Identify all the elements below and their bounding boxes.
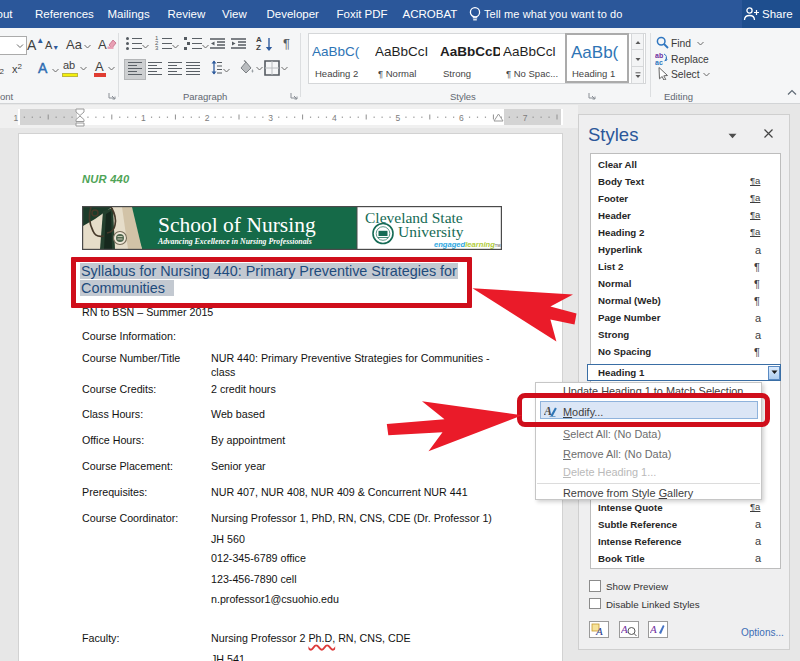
- svg-text:6: 6: [459, 113, 464, 123]
- svg-text:ab: ab: [655, 52, 663, 59]
- svg-text:University: University: [398, 223, 464, 240]
- svg-text:4: 4: [332, 113, 337, 123]
- svg-text:3: 3: [268, 113, 273, 123]
- svg-text:2: 2: [205, 113, 210, 123]
- svg-text:1: 1: [141, 113, 146, 123]
- svg-text:engagedlearningTM: engagedlearningTM: [434, 240, 501, 249]
- svg-text:7: 7: [523, 113, 528, 123]
- svg-text:School of Nursing: School of Nursing: [158, 213, 316, 237]
- svg-text:Advancing Excellence in Nursin: Advancing Excellence in Nursing Professi…: [157, 237, 312, 246]
- svg-text:ac: ac: [655, 59, 663, 65]
- svg-text:A: A: [650, 623, 657, 635]
- svg-text:A: A: [621, 623, 628, 635]
- svg-text:1: 1: [14, 113, 19, 123]
- svg-text:A: A: [595, 625, 603, 636]
- svg-text:5: 5: [396, 113, 401, 123]
